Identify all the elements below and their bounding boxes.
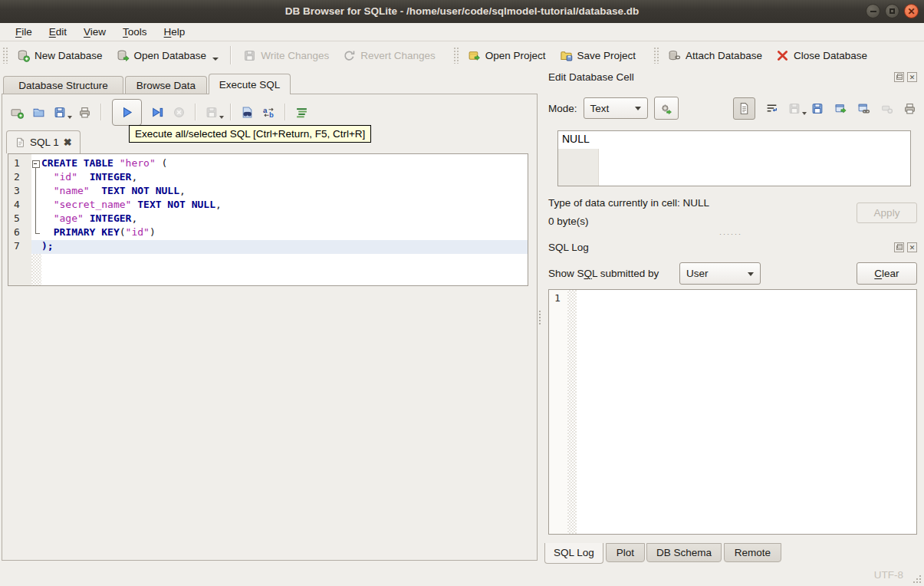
tab-execute-sql[interactable]: Execute SQL <box>209 74 291 94</box>
save-cell-dropdown-arrow <box>802 112 807 115</box>
stop-icon <box>173 106 186 119</box>
maximize-button[interactable] <box>885 4 899 18</box>
toolbar-drag-handle[interactable] <box>453 47 459 64</box>
import-cell-data-button[interactable] <box>811 102 824 115</box>
close-database-button[interactable]: Close Database <box>769 45 874 66</box>
toolbar-separator <box>100 104 102 120</box>
cell-size-info: 0 byte(s) <box>548 216 589 227</box>
find-button[interactable] <box>241 106 254 119</box>
menu-file[interactable]: File <box>8 25 40 39</box>
tab-browse-data[interactable]: Browse Data <box>125 76 207 94</box>
revert-changes-icon <box>343 49 356 62</box>
log-content <box>577 290 916 534</box>
close-dock-icon[interactable]: ✕ <box>907 72 917 82</box>
cell-editor[interactable]: NULL <box>557 130 911 186</box>
minimize-button[interactable] <box>866 4 880 18</box>
mode-value: Text <box>590 103 610 114</box>
sql-document-icon <box>15 137 25 148</box>
execute-all-button[interactable] <box>113 100 141 125</box>
new-database-button[interactable]: New Database <box>10 45 110 66</box>
clear-log-button[interactable]: Clear <box>857 262 917 285</box>
sql-log-filter-combobox[interactable]: User <box>679 262 761 285</box>
menu-help[interactable]: Help <box>156 25 193 39</box>
window-title: DB Browser for SQLite - /home/user/code/… <box>0 0 924 23</box>
close-sql-tab-icon[interactable]: ✖ <box>64 137 72 148</box>
tab-database-structure[interactable]: Database Structure <box>3 76 123 94</box>
open-database-dropdown-arrow[interactable] <box>212 58 219 61</box>
execute-current-line-button[interactable] <box>151 106 164 119</box>
sql-editor[interactable]: 1234567 CREATE TABLE "hero" ( "id" INTEG… <box>8 153 528 286</box>
code-line: "id" INTEGER, <box>31 171 528 185</box>
menu-tools[interactable]: Tools <box>115 25 155 39</box>
line-number-gutter: 1234567 <box>8 154 31 285</box>
new-tab-icon <box>11 106 24 119</box>
close-button[interactable]: ✕ <box>904 4 919 18</box>
menu-edit[interactable]: Edit <box>41 25 74 39</box>
code-line: ); <box>31 240 528 254</box>
replace-button[interactable]: a b <box>262 106 275 119</box>
code-line: "secret_name" TEXT NOT NULL, <box>31 199 528 212</box>
sql-log-view[interactable]: 1 <box>548 289 917 535</box>
sql-tab-label: SQL 1 <box>30 137 59 148</box>
menu-view[interactable]: View <box>76 25 113 39</box>
word-wrap-icon <box>765 102 778 115</box>
dock-tab-remote[interactable]: Remote <box>724 543 781 562</box>
vertical-splitter-handle[interactable] <box>538 309 541 326</box>
new-sql-tab-button[interactable] <box>11 106 24 119</box>
toolbar-drag-handle[interactable] <box>2 47 8 64</box>
db-browser-window: DB Browser for SQLite - /home/user/code/… <box>0 0 924 586</box>
export-cell-data-button[interactable] <box>834 102 847 115</box>
sql-code[interactable]: CREATE TABLE "hero" ( "id" INTEGER, "nam… <box>31 154 528 285</box>
text-mode-toggle[interactable] <box>733 97 755 120</box>
stop-execution-button <box>173 106 186 119</box>
dock-splitter-handle[interactable]: ······ <box>544 232 917 236</box>
word-wrap-button[interactable] <box>765 102 778 115</box>
save-results-dropdown-arrow <box>219 116 224 119</box>
sql-log-filter-value: User <box>686 268 709 279</box>
float-dock-icon[interactable] <box>894 72 904 82</box>
open-in-external-button[interactable] <box>857 102 870 115</box>
print-sql-button[interactable] <box>78 106 91 119</box>
menubar: File Edit View Tools Help <box>0 23 924 41</box>
edit-cell-dock-title: Edit Database Cell <box>548 71 634 83</box>
execute-all-icon <box>120 106 133 119</box>
replace-icon: a b <box>262 106 275 119</box>
code-line: PRIMARY KEY("id") <box>31 226 528 240</box>
dock-tab-sql-log[interactable]: SQL Log <box>544 543 603 564</box>
link-icon <box>857 102 870 115</box>
open-sql-file-button[interactable] <box>32 106 45 119</box>
save-file-icon <box>54 106 67 119</box>
revert-changes-button: Revert Changes <box>336 45 442 66</box>
auto-apply-button[interactable] <box>654 97 679 120</box>
edit-cell-toolbar: Mode: Text <box>548 96 916 120</box>
save-file-dropdown-arrow[interactable] <box>67 116 72 119</box>
open-database-button[interactable]: Open Database <box>110 45 226 66</box>
toolbar-drag-handle[interactable] <box>653 47 659 64</box>
export-icon <box>834 102 847 115</box>
attach-database-button[interactable]: Attach Database <box>661 45 769 66</box>
close-dock-icon[interactable]: ✕ <box>907 242 917 252</box>
encoding-indicator: UTF-8 <box>874 569 903 581</box>
dock-tab-plot[interactable]: Plot <box>606 543 645 562</box>
print-cell-button[interactable] <box>903 102 916 115</box>
toolbar-separator <box>284 104 286 120</box>
open-database-icon <box>117 49 130 62</box>
cell-type-info: Type of data currently in cell: NULL <box>548 197 709 209</box>
mode-combobox[interactable]: Text <box>584 97 648 119</box>
format-sql-button[interactable] <box>295 106 308 119</box>
save-project-button[interactable]: Save Project <box>553 45 643 66</box>
resize-grip[interactable] <box>919 581 921 583</box>
edit-cell-dock-buttons: ✕ <box>894 72 917 82</box>
save-sql-file-button[interactable] <box>54 106 67 119</box>
attach-database-icon <box>668 49 681 62</box>
chevron-down-icon <box>635 107 641 110</box>
float-dock-icon[interactable] <box>894 242 904 252</box>
sql-log-filter-label: Show SQL submitted by <box>548 268 659 279</box>
sql-editor-tab[interactable]: SQL 1 ✖ <box>6 130 81 153</box>
print-icon <box>78 106 91 119</box>
dock-tab-db-schema[interactable]: DB Schema <box>646 543 722 562</box>
format-sql-icon <box>295 106 308 119</box>
open-project-button[interactable]: Open Project <box>461 45 553 66</box>
chevron-down-icon <box>748 272 754 276</box>
main-toolbar: New Database Open Database Write Changes <box>0 42 924 68</box>
